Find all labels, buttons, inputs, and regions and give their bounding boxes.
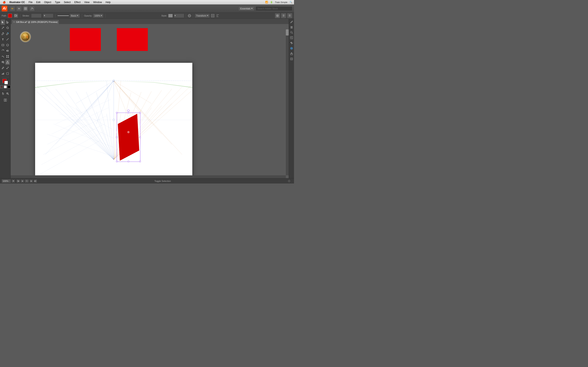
zoom-display[interactable]: 100% [2, 179, 11, 183]
effect-menu[interactable]: Effect [73, 1, 81, 4]
ellipse-tool[interactable] [5, 42, 10, 48]
export-button[interactable] [289, 51, 294, 56]
symbol-libraries-button[interactable] [1, 98, 10, 103]
last-artboard-button[interactable]: ▸| [34, 179, 37, 183]
line-segment-tool[interactable] [5, 37, 10, 42]
zoom-tool[interactable] [5, 91, 10, 96]
shape-builder-tool[interactable] [1, 59, 5, 65]
apple-menu[interactable]: 🍎 [2, 1, 7, 4]
bridge-button[interactable]: Br [10, 6, 15, 11]
transform-icon[interactable] [211, 14, 215, 17]
reflect-tool[interactable] [5, 48, 10, 53]
window-menu[interactable]: Window [92, 1, 103, 4]
type-menu[interactable]: Type [54, 1, 61, 4]
no-color-swatch[interactable] [0, 85, 3, 88]
select-menu[interactable]: Select [63, 1, 72, 4]
scrollbar-thumb-v[interactable] [286, 29, 289, 35]
workspace-grid-button[interactable] [275, 13, 280, 18]
cc-libraries-button[interactable] [289, 46, 294, 50]
arrange-button[interactable] [23, 6, 28, 11]
style-swatch[interactable] [168, 14, 173, 17]
document-tab[interactable]: × Gift Box.ai* @ 100% (RGB/GPU Preview) [11, 20, 60, 24]
edit-menu[interactable]: Edit [35, 1, 42, 4]
selection-tool[interactable] [1, 20, 5, 25]
stroke-input[interactable] [31, 14, 42, 18]
svg-rect-58 [6, 99, 7, 101]
lasso-tool[interactable] [5, 25, 10, 31]
svg-marker-67 [35, 81, 114, 88]
canvas-content[interactable] [11, 24, 289, 178]
next-artboard-button[interactable]: ▸ [30, 179, 33, 183]
transform-dropdown[interactable]: Transform ▾ [195, 14, 210, 18]
svg-rect-145 [291, 28, 293, 28]
fill-options-button[interactable] [14, 13, 18, 18]
paint-button[interactable] [29, 6, 35, 11]
search-menubar-icon[interactable]: 🔍 [290, 1, 292, 3]
style-dropdown[interactable]: ▾ [174, 14, 184, 18]
view-menu[interactable]: View [83, 1, 91, 4]
embed-button[interactable] [289, 57, 294, 61]
red-rect-top-1[interactable] [70, 28, 101, 51]
first-artboard-button[interactable]: |◂ [17, 179, 20, 183]
perspective-grid-tool[interactable] [5, 59, 10, 65]
svg-line-90 [107, 114, 114, 160]
rotate-tool[interactable] [1, 48, 5, 53]
rectangle-tool[interactable] [1, 42, 5, 48]
blend-tool[interactable] [5, 65, 10, 71]
fill-color-swatch[interactable] [8, 14, 12, 18]
prev-artboard-button[interactable]: ◂ [21, 179, 24, 183]
type-tool[interactable]: T [1, 37, 5, 42]
line-style-dropdown[interactable]: Basic ▾ [70, 14, 80, 18]
stroke-swatch[interactable] [4, 81, 8, 85]
search-stock-input[interactable]: Search Adobe Stock [256, 6, 292, 11]
more-options-button[interactable]: ☰ [287, 13, 292, 18]
right-sidebar [289, 19, 294, 178]
globe-icon[interactable] [188, 14, 191, 17]
svg-line-98 [114, 92, 131, 160]
layers-button[interactable] [289, 25, 294, 29]
magic-wand-tool[interactable] [1, 25, 5, 31]
svg-marker-126 [118, 114, 139, 161]
pen-tool[interactable] [1, 31, 5, 36]
essentials-dropdown[interactable]: Essentials ▾ [238, 6, 254, 11]
align-icon[interactable] [216, 14, 219, 17]
horizontal-scrollbar[interactable] [11, 175, 286, 178]
app-name[interactable]: Illustrator CC [8, 1, 26, 4]
brush-libraries-button[interactable] [289, 20, 294, 24]
properties-button[interactable]: ☰ [281, 13, 286, 18]
svg-rect-38 [6, 57, 7, 58]
zoom-dropdown-button[interactable]: ▾ [12, 179, 15, 183]
file-menu[interactable]: File [27, 1, 34, 4]
svg-line-101 [114, 81, 141, 114]
opacity-dropdown[interactable]: 100% ▾ [93, 14, 103, 18]
canvas-area[interactable]: × Gift Box.ai* @ 100% (RGB/GPU Preview) [11, 19, 289, 178]
direct-selection-tool[interactable] [5, 20, 10, 25]
svg-line-109 [114, 108, 151, 160]
svg-rect-1 [26, 7, 27, 8]
red-rect-top-2[interactable] [117, 28, 148, 51]
white-swatch[interactable] [4, 85, 7, 88]
eyedropper-tool[interactable] [1, 65, 5, 71]
free-transform-tool[interactable] [5, 54, 10, 59]
tab-close-icon[interactable]: × [13, 20, 15, 24]
zoom-area: 100% ▾ [2, 179, 15, 183]
stock-button[interactable]: St [16, 6, 22, 11]
vertical-scrollbar[interactable] [286, 29, 289, 175]
svg-line-82 [66, 81, 114, 134]
help-menu[interactable]: Help [104, 1, 112, 4]
find-button[interactable] [289, 30, 294, 35]
svg-rect-137 [128, 161, 129, 162]
artboard[interactable] [35, 63, 192, 177]
chart-tool[interactable] [1, 71, 5, 76]
stroke-arrows-dropdown[interactable]: ▾ [43, 14, 53, 18]
hand-tool[interactable] [1, 91, 5, 96]
svg-line-125 [47, 134, 114, 157]
panels-button[interactable] [289, 35, 294, 40]
artboard-tool[interactable] [5, 71, 10, 76]
svg-rect-152 [291, 42, 291, 43]
black-swatch[interactable] [8, 85, 10, 88]
align-button[interactable] [289, 41, 294, 45]
object-menu[interactable]: Object [43, 1, 52, 4]
add-anchor-tool[interactable] [5, 31, 10, 36]
warp-tool[interactable] [1, 54, 5, 59]
